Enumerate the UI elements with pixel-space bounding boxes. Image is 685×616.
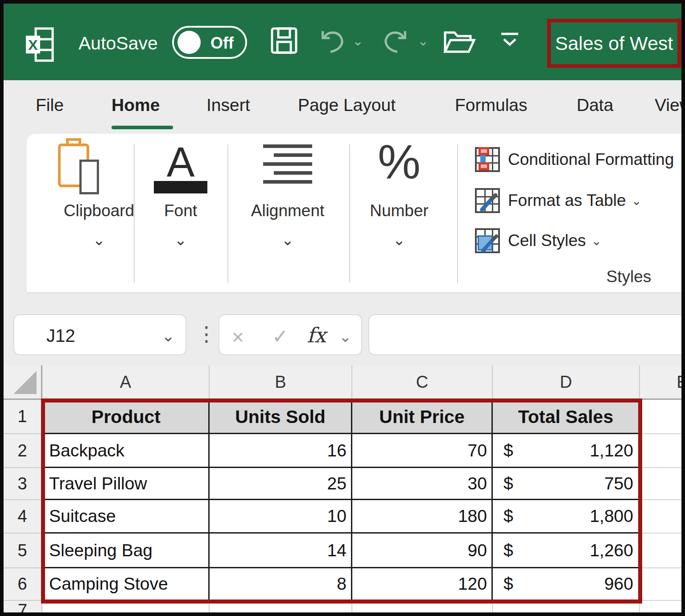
conditional-formatting-button[interactable]: Conditional Formatting [475,147,674,172]
formula-bar-drag-handle-icon[interactable]: ⋮ [196,322,217,346]
redo-dropdown-icon[interactable]: ⌄ [417,33,429,49]
column-header-c[interactable]: C [352,365,493,400]
cell-e5[interactable] [640,534,681,568]
cell-d5[interactable]: $1,260 [493,534,640,568]
title-bar: X AutoSave Off ⌄ ⌄ Sal [4,4,681,80]
window-content: X AutoSave Off ⌄ ⌄ Sal [4,4,681,612]
cell-c2[interactable]: 70 [352,434,493,468]
select-all-button[interactable] [4,365,42,400]
cell-a2[interactable]: Backpack [42,434,210,468]
cell-c4[interactable]: 180 [352,500,493,534]
toggle-knob-icon [177,31,201,54]
insert-function-icon[interactable]: fx [307,323,326,347]
row-header-1[interactable]: 1 [4,400,42,434]
select-all-triangle-icon [13,371,37,394]
cell-a5[interactable]: Sleeping Bag [42,534,210,568]
quick-access-menu-icon[interactable] [499,31,520,51]
name-box-value: J12 [46,326,75,346]
column-header-a[interactable]: A [42,365,210,400]
column-header-b[interactable]: B [210,365,352,400]
enter-icon[interactable]: ✓ [272,325,289,348]
cell-b4[interactable]: 10 [210,500,352,534]
tab-view[interactable]: View [655,95,681,115]
clipboard-expand-icon[interactable]: ⌄ [54,231,144,249]
number-expand-icon[interactable]: ⌄ [355,231,444,249]
autosave-label: AutoSave [78,33,158,54]
conditional-formatting-label: Conditional Formatting [508,150,674,169]
open-folder-icon[interactable] [443,29,476,55]
cell-b6[interactable]: 8 [210,568,352,601]
row-header-7[interactable]: 7 [4,601,42,612]
cell-c5[interactable]: 90 [352,534,493,568]
document-title-highlight: Sales of West [547,19,681,68]
cell-e6[interactable] [640,568,681,601]
column-header-e[interactable]: E [640,365,681,400]
cell-b5[interactable]: 14 [210,534,352,568]
cell-d6[interactable]: $960 [493,568,640,601]
row-header-2[interactable]: 2 [4,434,42,468]
format-as-table-icon [475,188,500,213]
cell-b7[interactable] [210,601,352,612]
cell-a1[interactable]: Product [42,400,210,434]
cell-b2[interactable]: 16 [210,434,352,468]
cell-styles-dropdown-icon: ⌄ [591,234,602,248]
cell-d1[interactable]: Total Sales [493,400,640,434]
formula-input[interactable] [368,314,681,355]
cell-c6[interactable]: 120 [352,568,493,601]
alignment-expand-icon[interactable]: ⌄ [243,231,332,249]
ribbon-panel: Clipboard ⌄ A Font ⌄ [27,134,681,293]
formula-bar-row: J12 ⌄ ⋮ × ✓ fx ⌄ [4,294,681,365]
cell-styles-button[interactable]: Cell Styles ⌄ [475,228,602,253]
row-header-6[interactable]: 6 [4,568,42,601]
tab-data[interactable]: Data [577,95,613,115]
cell-e1[interactable] [640,400,681,434]
styles-group-label: Styles [584,267,673,286]
autosave-toggle[interactable]: Off [172,26,247,59]
row-header-3[interactable]: 3 [4,468,42,500]
undo-dropdown-icon[interactable]: ⌄ [352,33,363,49]
font-group-label: Font [136,201,225,220]
cell-a6[interactable]: Camping Stove [42,568,210,601]
cell-a4[interactable]: Suitcase [42,500,210,534]
cell-e4[interactable] [640,500,681,534]
name-box[interactable]: J12 ⌄ [13,314,186,355]
undo-icon[interactable] [318,28,346,55]
tab-page-layout[interactable]: Page Layout [298,95,396,115]
alignment-group-label: Alignment [243,201,332,220]
cell-b3[interactable]: 25 [210,468,352,500]
save-icon[interactable] [270,27,298,54]
autosave-state: Off [210,34,234,53]
format-as-table-label: Format as Table [508,191,626,210]
cell-e7[interactable] [640,601,681,612]
tab-home[interactable]: Home [111,95,160,115]
alignment-icon [263,144,312,184]
cell-d7[interactable] [493,601,640,612]
cell-b1[interactable]: Units Sold [210,400,352,434]
tab-formulas[interactable]: Formulas [455,95,528,115]
tab-insert[interactable]: Insert [206,95,250,115]
cell-c7[interactable] [352,601,493,612]
name-box-dropdown-icon[interactable]: ⌄ [161,327,175,345]
function-dropdown-icon[interactable]: ⌄ [339,328,352,345]
cell-e2[interactable] [640,434,681,468]
format-as-table-button[interactable]: Format as Table ⌄ [475,188,642,213]
cancel-icon[interactable]: × [232,325,244,349]
redo-icon[interactable] [382,28,409,55]
cell-e3[interactable] [640,468,681,500]
excel-logo-icon: X [25,26,54,63]
formula-controls: × ✓ fx ⌄ [219,314,362,355]
row-header-5[interactable]: 5 [4,534,42,568]
column-header-d[interactable]: D [493,365,640,400]
cell-a3[interactable]: Travel Pillow [42,468,210,500]
document-title[interactable]: Sales of West [555,33,673,54]
cell-d3[interactable]: $750 [493,468,640,500]
cell-c1[interactable]: Unit Price [352,400,493,434]
cell-d2[interactable]: $1,120 [493,434,640,468]
cell-a7[interactable] [42,601,210,612]
cell-c3[interactable]: 30 [352,468,493,500]
row-header-4[interactable]: 4 [4,500,42,534]
font-expand-icon[interactable]: ⌄ [136,231,225,249]
cell-styles-icon [475,228,500,253]
cell-d4[interactable]: $1,800 [493,500,640,534]
tab-file[interactable]: File [36,95,64,115]
